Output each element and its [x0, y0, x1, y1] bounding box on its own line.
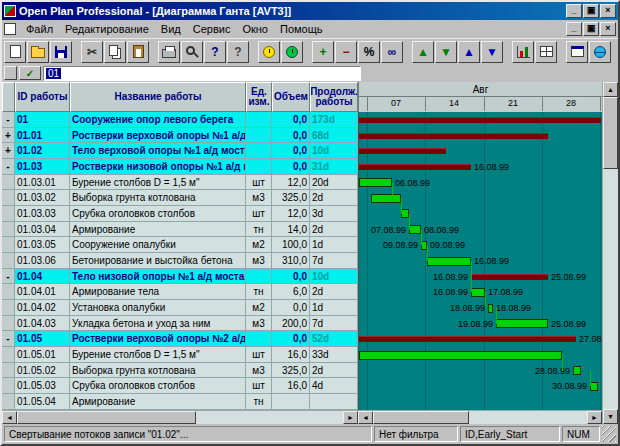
- cell-unit[interactable]: [246, 112, 272, 128]
- menu-item-2[interactable]: Вид: [155, 22, 187, 36]
- cell-volume[interactable]: 0,0: [272, 331, 310, 347]
- baseline-clock-button[interactable]: [281, 41, 303, 63]
- cell-name[interactable]: Ростверки низовой опоры №1 а/д м: [70, 159, 246, 175]
- scroll-track[interactable]: [17, 411, 343, 424]
- gantt-summary-bar[interactable]: [359, 336, 576, 342]
- cell-id[interactable]: 01.05.03: [15, 378, 70, 394]
- cell-volume[interactable]: 325,0: [272, 190, 310, 206]
- cell-id[interactable]: 01.03.01: [15, 175, 70, 191]
- cell-unit[interactable]: [246, 269, 272, 285]
- mdi-close-button[interactable]: ×: [600, 22, 616, 36]
- cell-duration[interactable]: 4d: [310, 378, 358, 394]
- menu-item-0[interactable]: Файл: [20, 22, 59, 36]
- paste-button[interactable]: [127, 41, 149, 63]
- link-activities-button[interactable]: ∞: [381, 41, 403, 63]
- cell-duration[interactable]: 68d: [310, 128, 358, 144]
- cell-expand[interactable]: -: [2, 269, 15, 285]
- cell-unit[interactable]: м3: [246, 316, 272, 332]
- table-row[interactable]: -01.04Тело низовой опоры №1 а/д моста0,0…: [2, 269, 358, 285]
- table-row[interactable]: 01.03.05Сооружение опалубким2100,01d: [2, 237, 358, 253]
- cell-expand[interactable]: [2, 222, 15, 238]
- cell-unit[interactable]: [246, 143, 272, 159]
- cell-id[interactable]: 01.02: [15, 143, 70, 159]
- gantt-task-bar[interactable]: [359, 178, 392, 187]
- cell-id[interactable]: 01.03.06: [15, 253, 70, 269]
- cell-expand[interactable]: [2, 316, 15, 332]
- gantt-summary-bar[interactable]: [359, 164, 471, 170]
- cell-duration[interactable]: 10d: [310, 143, 358, 159]
- cell-name[interactable]: Бурение столбов D = 1,5 м": [70, 175, 246, 191]
- cell-duration[interactable]: 2d: [310, 363, 358, 379]
- scroll-left-button[interactable]: ◄: [2, 411, 17, 424]
- cell-id[interactable]: 01: [15, 112, 70, 128]
- cell-duration[interactable]: 3d: [310, 206, 358, 222]
- close-button[interactable]: ×: [600, 4, 616, 18]
- table-horizontal-scrollbar[interactable]: ◄►: [2, 410, 358, 424]
- cell-name[interactable]: Выборка грунта котлована: [70, 363, 246, 379]
- table-row[interactable]: 01.03.02Выборка грунта котлованам3325,02…: [2, 190, 358, 206]
- preview-button[interactable]: [181, 41, 203, 63]
- gantt-summary-bar[interactable]: [359, 133, 548, 139]
- mdi-restore-button[interactable]: ▣: [583, 22, 599, 36]
- column-header-expand[interactable]: [2, 82, 15, 112]
- percent-complete-button[interactable]: %: [358, 41, 380, 63]
- menu-item-4[interactable]: Окно: [236, 22, 274, 36]
- cell-volume[interactable]: [272, 394, 310, 410]
- cell-name[interactable]: Тело верховой опоры №1 а/д моста: [70, 143, 246, 159]
- table-row[interactable]: 01.04.03Укладка бетона и уход за нимм320…: [2, 316, 358, 332]
- cell-expand[interactable]: +: [2, 143, 15, 159]
- cell-unit[interactable]: м3: [246, 190, 272, 206]
- scroll-track[interactable]: [373, 411, 587, 424]
- save-button[interactable]: [50, 41, 72, 63]
- cell-unit[interactable]: тн: [246, 222, 272, 238]
- help-button[interactable]: ?: [204, 41, 226, 63]
- cell-expand[interactable]: [2, 175, 15, 191]
- cell-name[interactable]: Ростверки верховой опоры №2 а/д: [70, 331, 246, 347]
- cell-name[interactable]: Выборка грунта котлована: [70, 190, 246, 206]
- table-row[interactable]: 01.05.03Срубка оголовков столбовшт16,04d: [2, 378, 358, 394]
- cell-expand[interactable]: [2, 347, 15, 363]
- cell-duration[interactable]: 10d: [310, 269, 358, 285]
- gantt-task-bar[interactable]: [427, 257, 471, 266]
- cell-duration[interactable]: 7d: [310, 316, 358, 332]
- cell-expand[interactable]: [2, 378, 15, 394]
- cell-expand[interactable]: [2, 394, 15, 410]
- cell-id[interactable]: 01.03: [15, 159, 70, 175]
- scroll-left-button[interactable]: ◄: [358, 411, 373, 424]
- gantt-task-bar[interactable]: [371, 194, 401, 203]
- cell-expand[interactable]: -: [2, 159, 15, 175]
- cell-id[interactable]: 01.04.03: [15, 316, 70, 332]
- scroll-track[interactable]: [603, 97, 618, 409]
- cell-unit[interactable]: [246, 331, 272, 347]
- layout-view-button[interactable]: [566, 41, 588, 63]
- cell-volume[interactable]: 325,0: [272, 363, 310, 379]
- cell-volume[interactable]: 0,0: [272, 128, 310, 144]
- cell-unit[interactable]: м3: [246, 363, 272, 379]
- print-button[interactable]: [158, 41, 180, 63]
- confirm-edit-button[interactable]: ✓: [19, 66, 41, 80]
- scroll-thumb[interactable]: [373, 411, 469, 424]
- cell-expand[interactable]: -: [2, 331, 15, 347]
- cell-expand[interactable]: [2, 237, 15, 253]
- cell-id[interactable]: 01.03.05: [15, 237, 70, 253]
- cell-volume[interactable]: 12,0: [272, 206, 310, 222]
- gantt-summary-bar[interactable]: [359, 148, 446, 154]
- cell-name[interactable]: Сооружение опор левого берега: [70, 112, 246, 128]
- resize-grip[interactable]: [602, 426, 616, 442]
- cell-name[interactable]: Бетонирование и выстойка бетона: [70, 253, 246, 269]
- cell-duration[interactable]: 173d: [310, 112, 358, 128]
- cell-volume[interactable]: 310,0: [272, 253, 310, 269]
- promote-button[interactable]: ▲: [412, 41, 434, 63]
- column-header-volume[interactable]: Объем: [272, 82, 310, 112]
- column-header-duration[interactable]: Продолж. работы: [310, 82, 358, 112]
- column-header-unit[interactable]: Ед. изм.: [246, 82, 272, 112]
- column-header-id[interactable]: ID работы: [15, 82, 70, 112]
- cell-duration[interactable]: [310, 394, 358, 410]
- gantt-task-bar[interactable]: [409, 225, 421, 234]
- cell-expand[interactable]: -: [2, 112, 15, 128]
- menu-item-1[interactable]: Редактирование: [59, 22, 155, 36]
- cell-name[interactable]: Установка опалубки: [70, 300, 246, 316]
- cell-id[interactable]: 01.03.04: [15, 222, 70, 238]
- cell-id[interactable]: 01.04.02: [15, 300, 70, 316]
- demote-button[interactable]: ▼: [435, 41, 457, 63]
